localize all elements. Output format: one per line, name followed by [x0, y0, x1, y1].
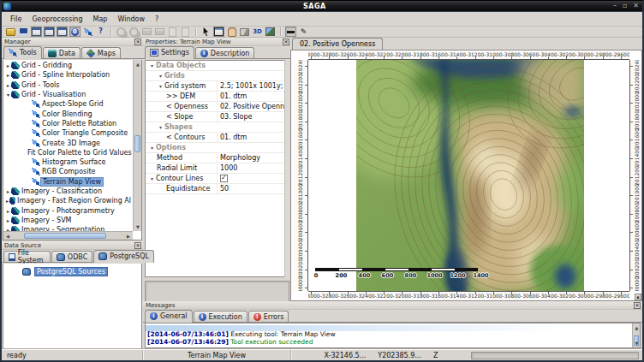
settings-row[interactable]: ▾Grid system 2.5; 1001x 1001y; -32500 — [146, 81, 289, 92]
parameter-value[interactable]: 03. Slope — [220, 113, 252, 121]
settings-row[interactable]: ▾Grids — [146, 71, 289, 81]
settings-row[interactable]: < Contours 01. dtm — [146, 133, 289, 143]
clipboard-button[interactable] — [180, 27, 191, 37]
scrollbar-thumb[interactable] — [24, 233, 106, 239]
measure-tool-button[interactable] — [239, 27, 250, 37]
zoom-previous-button[interactable] — [116, 27, 127, 37]
tree-item[interactable]: ▸ Imagery - Fast Region Growing Al — [3, 196, 133, 205]
expander-icon[interactable]: ▾ — [148, 175, 156, 181]
zoom-tool-button[interactable] — [213, 27, 224, 37]
tab-description[interactable]: iDescription — [195, 47, 255, 58]
tab-data[interactable]: Data — [43, 47, 80, 58]
toolbar-separator[interactable] — [193, 27, 199, 37]
parameter-value[interactable]: 01. dtm — [220, 134, 247, 141]
settings-row[interactable]: ▾Contour Lines — [146, 174, 289, 184]
open-button[interactable] — [5, 27, 16, 37]
vertical-scrollbar[interactable]: ▲ ▼ — [133, 60, 141, 231]
tree-item[interactable]: ▸ Grid - Gridding — [3, 61, 133, 70]
menu-window[interactable]: Window — [112, 14, 150, 25]
help-button[interactable]: ? — [95, 27, 106, 37]
menu-map[interactable]: Map — [88, 14, 113, 25]
show-manager-toggle[interactable] — [31, 27, 42, 37]
tree-item[interactable]: Histogram Surface — [3, 157, 133, 167]
parameter-value[interactable]: Morphology — [220, 154, 260, 162]
close-icon[interactable]: ✕ — [134, 242, 141, 249]
settings-row[interactable]: Method Morphology — [146, 153, 289, 163]
settings-row[interactable]: < Slope 03. Slope — [146, 112, 289, 122]
tree-item[interactable]: ▸ Imagery - SVM — [3, 216, 133, 225]
tree-item[interactable]: Create 3D Image — [3, 138, 133, 147]
tree-item[interactable]: RGB Composite — [3, 167, 133, 176]
show-data-source-toggle[interactable] — [44, 27, 55, 37]
parameter-value[interactable]: 01. dtm — [220, 92, 247, 100]
pan-tool-button[interactable] — [226, 27, 237, 37]
expander-icon[interactable]: ▾ — [148, 145, 156, 151]
tab-tools[interactable]: Tools — [3, 46, 42, 59]
expander-icon[interactable]: ▾ — [157, 73, 164, 79]
view-3d-button[interactable]: 3D — [252, 27, 263, 37]
horizontal-scrollbar[interactable]: ◀ ▶ — [3, 231, 133, 240]
show-properties-toggle[interactable] — [57, 27, 68, 37]
zoom-next-button[interactable] — [128, 27, 140, 37]
tree-item[interactable]: Color Triangle Composite — [3, 128, 133, 138]
print-preview-button[interactable] — [154, 27, 165, 37]
checkbox[interactable] — [220, 175, 228, 182]
toolbar-separator[interactable] — [277, 27, 283, 37]
tool-button[interactable] — [82, 27, 93, 37]
settings-row[interactable]: < Openness 02. Positive Openness — [146, 102, 289, 112]
settings-row[interactable]: ▾Data Objects — [146, 61, 289, 71]
show-messages-toggle[interactable]: 0 — [69, 27, 80, 37]
data-source-item[interactable]: PostgreSQL Sources — [3, 266, 141, 276]
minimize-icon[interactable]: – — [613, 2, 617, 10]
parameter-value[interactable]: 02. Positive Openness — [220, 103, 289, 110]
settings-row[interactable]: ▾Options — [146, 143, 289, 153]
tab-general[interactable]: iGeneral — [145, 310, 193, 323]
vertical-scrollbar[interactable]: ▲ ▼ — [632, 323, 640, 347]
scrollbar-thumb[interactable] — [134, 135, 140, 152]
tree-item[interactable]: ▸ Grid - Tools — [3, 80, 133, 90]
close-icon[interactable]: ✕ — [134, 39, 141, 45]
menu-geoprocessing[interactable]: Geoprocessing — [27, 14, 87, 25]
map-tab[interactable]: 02. Positive Openness — [292, 38, 383, 50]
parameter-value[interactable]: 2.5; 1001x 1001y; -32500 — [220, 82, 289, 90]
toolbar-separator[interactable] — [108, 27, 114, 37]
save-map-image-button[interactable] — [265, 27, 276, 37]
menu-help[interactable]: ? — [150, 14, 164, 25]
tree-item[interactable]: Aspect-Slope Grid — [3, 99, 133, 109]
tree-item[interactable]: Color Blending — [3, 109, 133, 118]
parameter-value[interactable]: 1000 — [220, 164, 237, 172]
copy-button[interactable] — [167, 27, 178, 37]
map-canvas[interactable]: 0200400600800100012001400 — [308, 60, 629, 291]
maximize-icon[interactable]: ▫ — [623, 2, 627, 10]
tab-errors[interactable]: !Errors — [248, 311, 289, 322]
tree-item[interactable]: ▸ Imagery - Segmentation — [3, 225, 133, 231]
tab-settings[interactable]: Settings — [145, 46, 194, 59]
tree-item[interactable]: ▾ Grid - Visualisation — [3, 90, 133, 99]
cursor-tool-button[interactable] — [200, 27, 212, 37]
expander-icon[interactable]: ▾ — [157, 124, 164, 130]
tab-file-system[interactable]: File System — [3, 251, 51, 262]
tree-item[interactable]: Color Palette Rotation — [3, 119, 133, 128]
parameter-value[interactable]: 50 — [220, 185, 229, 193]
title-bar[interactable]: SAGA – ▫ ✕ — [2, 1, 642, 12]
settings-row[interactable]: Equidistance 50 — [146, 184, 289, 194]
save-button[interactable] — [18, 27, 29, 37]
tree-item[interactable]: ▸ Imagery - Photogrammetry — [3, 205, 133, 215]
print-button[interactable] — [141, 27, 152, 37]
settings-row[interactable]: ▾Shapes — [146, 122, 289, 133]
log-entry[interactable]: [2014-06-07/13:46:29] Tool execution suc… — [146, 339, 640, 347]
tab-maps[interactable]: Maps — [81, 47, 121, 58]
tree-item[interactable]: Terrain Map View — [3, 177, 133, 187]
close-icon[interactable]: ✕ — [283, 39, 289, 45]
resize-grip[interactable]: ▪ — [635, 294, 641, 300]
digitize-button[interactable]: ✎ — [298, 27, 309, 37]
tree-item[interactable]: ▸ Grid - Spline Interpolation — [3, 70, 133, 80]
expander-icon[interactable]: ▾ — [148, 62, 156, 68]
tab-execution[interactable]: iExecution — [194, 311, 247, 322]
close-icon[interactable]: ✕ — [633, 2, 639, 10]
tab-postgresql[interactable]: PostgreSQL — [93, 250, 154, 263]
settings-row[interactable]: >> DEM 01. dtm — [146, 92, 289, 102]
tree-item[interactable]: ▸ Imagery - Classification — [3, 187, 133, 196]
cross-section-button[interactable] — [285, 27, 296, 37]
tab-odbc[interactable]: ODBC — [51, 251, 92, 262]
